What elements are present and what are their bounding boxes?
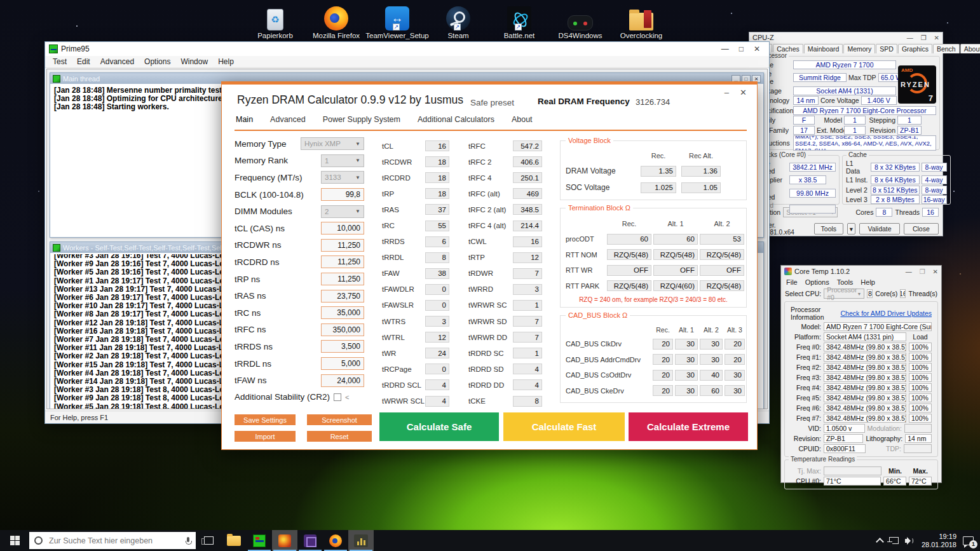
cadbus-alt2-box[interactable]: 30 — [700, 354, 723, 365]
timing-ns-input[interactable]: 23,750 — [321, 290, 364, 303]
menu-item[interactable]: Edit — [72, 57, 95, 66]
cadbus-rec-box[interactable]: 20 — [653, 339, 673, 350]
menu-item[interactable]: Help — [213, 57, 239, 66]
menu-item[interactable]: Window — [175, 57, 213, 66]
import-button[interactable]: Import — [235, 431, 296, 442]
taskbar-cpuz[interactable] — [297, 530, 323, 551]
calc-tab[interactable]: Main — [236, 115, 253, 126]
termination-alt2-box[interactable]: 53 — [700, 234, 744, 245]
timing-value-box[interactable]: 469 — [513, 188, 542, 199]
cpuz-tab[interactable]: Graphics — [898, 44, 932, 53]
timing-value-box[interactable]: 4 — [513, 364, 542, 374]
taskbar-prime95[interactable] — [247, 530, 272, 551]
timing-ns-input[interactable]: 35,000 — [321, 306, 364, 319]
timing-ns-input[interactable]: 10,000 — [321, 222, 364, 235]
cadbus-rec-box[interactable]: 20 — [653, 370, 673, 381]
taskbar-coretemp[interactable] — [272, 530, 297, 551]
minimize-icon[interactable]: — — [906, 268, 912, 275]
taskbar-firefox[interactable] — [323, 530, 348, 551]
timing-value-box[interactable]: 3 — [513, 284, 542, 295]
dimm-modules-select[interactable]: 2▼ — [321, 205, 364, 218]
termination-alt2-box[interactable]: RZQ/5(48) — [700, 280, 744, 291]
timing-value-box[interactable]: 37 — [425, 204, 449, 215]
calculate-safe-button[interactable]: Calculate Safe — [379, 412, 499, 441]
timing-value-box[interactable]: 4 — [425, 379, 449, 390]
voltage-alt-box[interactable]: 1.05 — [681, 182, 721, 193]
bclk-input[interactable]: 99,8 — [321, 188, 364, 201]
microphone-icon[interactable] — [186, 537, 191, 545]
calc-tab[interactable]: Advanced — [270, 115, 306, 126]
cadbus-rec-box[interactable]: 20 — [653, 354, 673, 365]
tools-dropdown-icon[interactable]: ▾ — [847, 223, 856, 235]
cpuz-tab[interactable]: SPD — [876, 44, 897, 53]
additional-stability-checkbox[interactable] — [334, 393, 341, 401]
timing-value-box[interactable]: 12 — [513, 252, 542, 263]
termination-rec-box[interactable]: 60 — [607, 234, 651, 245]
cadbus-alt1-box[interactable]: 30 — [675, 370, 698, 381]
calc-tab[interactable]: Additional Calculators — [418, 115, 494, 126]
timing-ns-input[interactable]: 11,250 — [321, 255, 364, 268]
close-button[interactable]: Close — [904, 223, 939, 235]
coretemp-titlebar[interactable]: Core Temp 1.10.2 — ❐ ✕ — [781, 266, 941, 277]
timing-value-box[interactable]: 18 — [425, 188, 449, 199]
taskbar-explorer[interactable] — [221, 530, 247, 551]
close-icon[interactable]: ✕ — [740, 88, 747, 97]
termination-rec-box[interactable]: RZQ/5(48) — [607, 280, 651, 291]
network-icon[interactable] — [889, 537, 899, 544]
termination-alt1-box[interactable]: 60 — [653, 234, 698, 245]
desktop-icon-papierkorb[interactable]: ♻ Papierkorb — [245, 3, 306, 39]
voltage-alt-box[interactable]: 1.36 — [681, 166, 721, 177]
cadbus-rec-box[interactable]: 20 — [653, 385, 673, 396]
timing-value-box[interactable]: 16 — [425, 140, 449, 151]
minimize-icon[interactable]: — — [721, 44, 729, 53]
taskbar-audio-app[interactable] — [348, 530, 374, 551]
menu-item[interactable]: File — [783, 278, 801, 286]
timing-value-box[interactable]: 4 — [425, 396, 449, 407]
driver-updates-link[interactable]: Check for AMD Driver Updates — [840, 310, 932, 317]
action-center-icon[interactable]: 1 — [963, 536, 974, 545]
timing-value-box[interactable]: 250.1 — [513, 172, 542, 183]
menu-item[interactable]: Help — [857, 278, 878, 286]
voltage-rec-box[interactable]: 1.025 — [641, 182, 676, 193]
termination-alt2-box[interactable]: RZQ/5(48) — [700, 249, 744, 260]
calculate-extreme-button[interactable]: Calculate Extreme — [629, 412, 748, 441]
timing-ns-input[interactable]: 3,500 — [321, 340, 364, 353]
timing-value-box[interactable]: 6 — [425, 236, 449, 247]
start-button[interactable] — [0, 530, 29, 551]
minimize-icon[interactable]: – — [725, 88, 729, 97]
timing-value-box[interactable]: 1 — [513, 300, 542, 311]
menu-item[interactable]: Test — [48, 57, 72, 66]
close-icon[interactable]: ✕ — [754, 44, 760, 53]
tools-button[interactable]: Tools — [814, 223, 843, 235]
task-view-button[interactable] — [196, 530, 221, 551]
cpuz-tab[interactable]: About — [960, 44, 980, 53]
cadbus-alt1-box[interactable]: 30 — [675, 339, 698, 350]
voltage-rec-box[interactable]: 1.35 — [641, 166, 676, 177]
close-icon[interactable]: ✕ — [933, 268, 938, 275]
cpuz-tab[interactable]: Bench — [933, 44, 960, 53]
maximize-icon[interactable]: ❐ — [920, 268, 925, 275]
timing-value-box[interactable]: 18 — [425, 172, 449, 183]
termination-rec-box[interactable]: RZQ/5(48) — [607, 249, 651, 260]
processor-select[interactable]: Processor #0▼ — [824, 289, 864, 299]
termination-alt1-box[interactable]: RZQ/5(48) — [653, 249, 698, 260]
reset-button[interactable]: Reset — [307, 431, 372, 442]
minimize-icon[interactable]: — — [907, 34, 913, 41]
timing-value-box[interactable]: 348.5 — [513, 204, 542, 215]
cadbus-alt2-box[interactable]: 40 — [700, 370, 723, 381]
cpuz-titlebar[interactable]: CPU-Z — ❐ ✕ — [749, 32, 943, 43]
termination-alt2-box[interactable]: OFF — [700, 265, 744, 276]
calc-tab[interactable]: About — [512, 115, 533, 126]
cadbus-alt2-box[interactable]: 30 — [700, 339, 723, 350]
timing-value-box[interactable]: 7 — [513, 316, 542, 327]
validate-button[interactable]: Validate — [859, 223, 899, 235]
timing-value-box[interactable]: 7 — [513, 332, 542, 343]
timing-value-box[interactable]: 24 — [425, 348, 449, 358]
timing-value-box[interactable]: 38 — [425, 268, 449, 279]
timing-value-box[interactable]: 547.2 — [513, 140, 542, 151]
timing-value-box[interactable]: 4 — [513, 379, 542, 390]
menu-item[interactable]: Advanced — [95, 57, 139, 66]
desktop-icon-battlenet[interactable]: ↗ Battle.net — [489, 3, 550, 39]
cadbus-alt1-box[interactable]: 30 — [675, 385, 698, 396]
menu-item[interactable]: Tools — [834, 278, 857, 286]
